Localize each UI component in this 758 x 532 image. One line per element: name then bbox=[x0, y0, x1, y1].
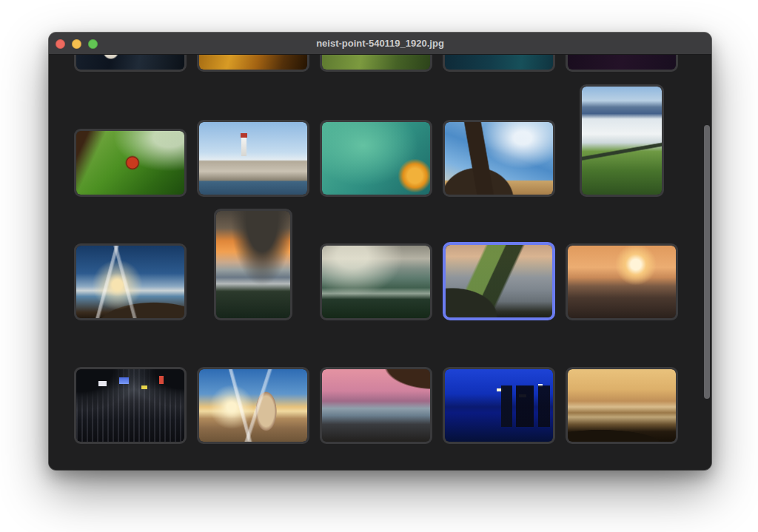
photo-neist-point bbox=[446, 245, 554, 317]
vertical-scrollbar-thumb[interactable] bbox=[704, 125, 710, 399]
thumbnail-purple-flower[interactable] bbox=[566, 55, 678, 72]
grid-cell bbox=[443, 367, 555, 444]
zoom-button[interactable] bbox=[88, 39, 98, 49]
photo-sunset-valley bbox=[216, 211, 290, 318]
grid-cell bbox=[320, 367, 432, 444]
grid-cell bbox=[566, 55, 678, 72]
photo-ocean-waves bbox=[568, 246, 676, 318]
grid-cell bbox=[443, 55, 555, 72]
grid-cell bbox=[443, 242, 555, 320]
photo-summit-contrails bbox=[76, 246, 184, 318]
thumbnail-dashboard-figurine[interactable] bbox=[74, 55, 187, 72]
grid-cell bbox=[566, 367, 678, 444]
thumbnail-sunset-valley[interactable] bbox=[214, 209, 292, 320]
grid-cell bbox=[74, 55, 187, 72]
titlebar[interactable]: neist-point-540119_1920.jpg bbox=[49, 33, 711, 55]
thumbnail-neist-point[interactable] bbox=[443, 242, 555, 320]
thumbnail-teal-sea[interactable] bbox=[443, 55, 555, 72]
thumbnail-lighthouse-coast[interactable] bbox=[197, 120, 309, 197]
traffic-lights bbox=[56, 33, 98, 55]
thumbnail-orange-flowers[interactable] bbox=[197, 55, 309, 72]
thumbnail-teal-flower[interactable] bbox=[320, 120, 432, 197]
thumbnail-pink-cave[interactable] bbox=[320, 367, 432, 444]
thumbnail-dewy-grass[interactable] bbox=[320, 55, 432, 72]
grid-cell bbox=[197, 367, 309, 444]
grid-cell bbox=[320, 120, 432, 197]
grid-cell bbox=[197, 55, 309, 72]
grid-cell bbox=[320, 243, 432, 320]
grid-cell bbox=[443, 120, 555, 197]
minimize-button[interactable] bbox=[72, 39, 81, 49]
photo-skyline-night bbox=[445, 369, 553, 442]
thumbnail-ocean-waves[interactable] bbox=[566, 243, 678, 320]
thumbnail-row bbox=[74, 326, 688, 444]
grid-cell bbox=[74, 367, 187, 444]
photo-teal-sea bbox=[445, 55, 553, 70]
grid-cell bbox=[74, 243, 187, 320]
thumbnail-skyline-night[interactable] bbox=[443, 367, 555, 444]
thumbnail-desert-butte[interactable] bbox=[443, 120, 555, 197]
photo-lighthouse-coast bbox=[199, 122, 307, 195]
grid-cell bbox=[197, 120, 309, 197]
thumbnail-shibuya-crossing[interactable] bbox=[74, 367, 187, 444]
grid-cell bbox=[197, 209, 309, 320]
close-button[interactable] bbox=[56, 39, 65, 49]
photo-orange-flowers bbox=[199, 55, 307, 70]
thumbnail-golden-mist[interactable] bbox=[566, 367, 678, 444]
thumbnail-summit-contrails[interactable] bbox=[74, 243, 187, 320]
grid-cell bbox=[320, 55, 432, 72]
thumbnail-row bbox=[74, 78, 688, 197]
photo-mountain-road bbox=[582, 87, 662, 195]
photo-purple-flower bbox=[568, 55, 676, 70]
thumbnail-ladybug-leaf[interactable] bbox=[74, 129, 187, 197]
photo-teal-flower bbox=[322, 122, 430, 195]
photo-pink-cave bbox=[322, 369, 430, 442]
photo-desert-butte bbox=[445, 122, 553, 195]
photo-stone-cairn bbox=[199, 369, 307, 442]
thumbnail-row bbox=[74, 202, 688, 320]
photo-misty-mountains bbox=[322, 246, 430, 318]
grid-cell bbox=[566, 243, 678, 320]
image-viewer-window: neist-point-540119_1920.jpg bbox=[49, 33, 711, 470]
thumbnail-stone-cairn[interactable] bbox=[197, 367, 309, 444]
photo-golden-mist bbox=[568, 369, 676, 442]
grid-cell bbox=[74, 129, 187, 197]
thumbnail-grid bbox=[49, 55, 711, 470]
thumbnail-row bbox=[74, 55, 688, 72]
photo-shibuya-crossing bbox=[76, 369, 184, 442]
window-title: neist-point-540119_1920.jpg bbox=[108, 33, 652, 55]
photo-ladybug-leaf bbox=[76, 131, 184, 195]
photo-dashboard-figurine bbox=[76, 55, 184, 70]
grid-cell bbox=[566, 84, 678, 197]
thumbnail-mountain-road[interactable] bbox=[580, 84, 664, 197]
photo-dewy-grass bbox=[322, 55, 430, 70]
thumbnail-misty-mountains[interactable] bbox=[320, 243, 432, 320]
